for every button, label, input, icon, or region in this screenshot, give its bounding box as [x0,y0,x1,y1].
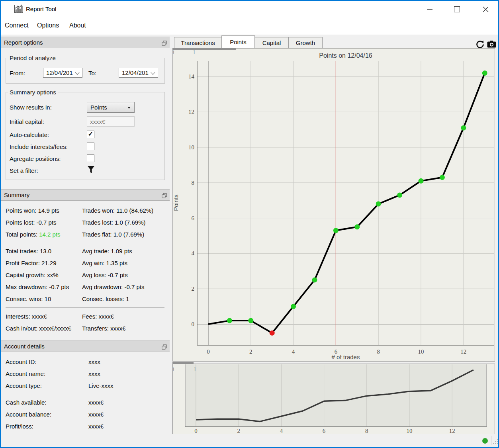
agregate-positions-checkbox[interactable] [87,155,94,162]
summary-row: Max drawdown: -0.7 pts Avg drawdown: -0.… [6,284,69,290]
float-panel-button[interactable] [162,193,167,198]
resize-grip[interactable] [493,439,499,447]
transfers: Transfers: xxxx€ [82,325,125,332]
summary-row: Total points: 14.2 pts Trades flat: 1.0 … [6,231,61,238]
summary-row: Consec. wins: 10 Consec. losses: 1 [6,295,51,302]
divider [6,242,164,242]
svg-text:0: 0 [194,428,198,434]
profit-factor: Profit Factor: 21.29 [6,260,57,266]
date-to-value: 12/04/201 [122,69,149,76]
avg-loss: Avg loss: -0.7 pts [82,272,128,278]
total-points-value: 14.2 pts [39,231,60,238]
svg-text:4: 4 [280,428,283,434]
tab-capital[interactable]: Capital [254,37,289,48]
close-button[interactable] [479,4,492,15]
tab-transactions[interactable]: Transactions [174,37,222,48]
axis-artifact-bar [172,48,236,50]
svg-text:4: 4 [292,348,295,355]
date-from-select[interactable]: 12/04/201 [43,68,82,78]
menu-bar: Connect Options About [1,18,498,35]
show-results-label: Show results in: [10,104,52,111]
float-panel-button[interactable] [162,344,167,349]
trade-point [333,228,339,233]
filter-icon [87,166,95,174]
overview-chart[interactable]: 02468101201 [173,364,495,434]
trades-lost: Trades lost: 1.0 (7.69%) [82,219,146,226]
avg-trade: Avg trade: 1.09 pts [82,248,132,254]
summary-row: Capital growth: xx% Avg loss: -0.7 pts [6,272,59,278]
include-fees-checkbox[interactable] [87,143,94,150]
divider [6,307,164,308]
menu-options[interactable]: Options [37,22,59,29]
points-chart-panel: 0246810121402468101201Points on 12/04/16… [172,48,495,362]
dropdown-arrow-icon [127,107,131,109]
consec-wins: Consec. wins: 10 [6,295,51,302]
tab-growth[interactable]: Growth [288,37,323,48]
consec-losses: Consec. losses: 1 [82,295,129,302]
show-results-value: Points [90,104,107,111]
account-details-title: Account details [4,343,45,350]
tab-points[interactable]: Points [221,35,255,48]
report-options-header: Report options [1,37,170,48]
points-lost: Points lost: -0.7 pts [6,219,57,226]
auto-calculate-checkbox[interactable]: ✓ [87,131,94,138]
chevron-down-icon [75,70,79,74]
svg-text:12: 12 [460,348,466,355]
summary-row: Points lost: -0.7 pts Trades lost: 1.0 (… [6,219,57,226]
avg-win: Avg win: 1.35 pts [82,260,127,266]
from-label: From: [10,70,25,76]
report-options-title: Report options [4,39,43,46]
menu-about[interactable]: About [69,22,86,29]
chart-title: Points on 12/04/16 [319,52,372,59]
account-row: Account ID: xxxx [6,358,37,365]
camera-icon [487,41,496,48]
chevron-down-icon [151,70,155,74]
cash-in-out: Cash in/out: xxxx€/xxxx€ [6,325,71,332]
summary-row: Interests: xxxx€ Fees: xxxx€ [6,313,47,320]
svg-text:2: 2 [249,348,252,355]
trade-point [419,178,424,184]
maximize-button[interactable] [450,4,464,15]
account-id-label: Account ID: [6,358,37,365]
trade-point [440,175,445,180]
account-balance-value: xxxx€ [88,411,104,418]
svg-text:12: 12 [188,109,194,115]
minimize-button[interactable] [423,4,436,15]
menu-connect[interactable]: Connect [5,22,29,29]
svg-text:4: 4 [192,250,195,256]
close-icon [483,6,489,12]
account-row: Cash available: xxxx€ [6,399,47,406]
divider [491,436,491,445]
svg-text:0: 0 [173,49,174,55]
svg-text:6: 6 [192,215,195,221]
svg-text:10: 10 [418,348,424,355]
set-filter-label: Set a filter: [10,167,38,174]
account-row: Account type: Live-xxxx [6,382,42,389]
trades-won: Trades won: 11.0 (84.62%) [82,207,153,214]
account-name-value: xxxx [88,370,100,377]
show-results-select[interactable]: Points [87,102,135,113]
minimize-icon [427,9,432,10]
filter-button[interactable] [87,166,95,176]
date-to-select[interactable]: 12/04/201 [119,68,158,78]
svg-text:2: 2 [192,286,195,292]
max-drawdown: Max drawdown: -0.7 pts [6,284,69,290]
points-chart[interactable]: 0246810121402468101201Points on 12/04/16… [173,49,495,361]
maximize-icon [454,6,460,12]
points-won: Points won: 14.9 pts [6,207,59,214]
fees: Fees: xxxx€ [82,313,114,320]
trade-point [482,70,487,76]
svg-text:8: 8 [365,428,368,434]
float-panel-button[interactable] [162,40,167,45]
account-type-value: Live-xxxx [88,382,113,389]
summary-row: Points won: 14.9 pts Trades won: 11.0 (8… [6,207,59,214]
total-points: Total points: 14.2 pts [6,231,61,238]
summary-options-title: Summary options [8,89,58,96]
svg-text:8: 8 [192,180,195,186]
initial-capital-input[interactable] [87,116,135,127]
trade-point [248,318,253,323]
initial-capital-label: Initial capital: [10,118,44,125]
svg-text:0: 0 [207,348,210,355]
trade-point [270,331,275,336]
account-row: Account balance: xxxx€ [6,411,51,418]
